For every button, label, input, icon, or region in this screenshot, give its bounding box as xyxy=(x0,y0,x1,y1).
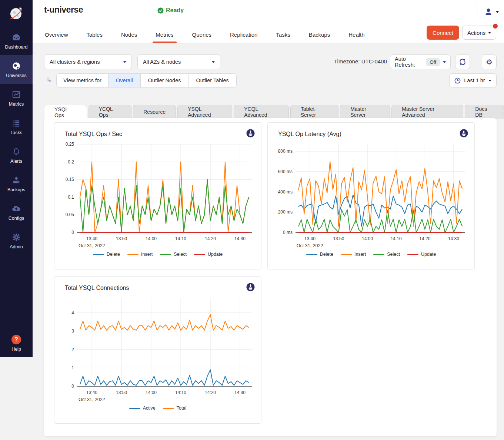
view-mode-outlier-tables[interactable]: Outlier Tables xyxy=(188,74,236,87)
view-mode-outlier-nodes[interactable]: Outlier Nodes xyxy=(140,74,188,87)
metric-tab-ycql-advanced[interactable]: YCQL Advanced xyxy=(234,105,289,119)
svg-text:1: 1 xyxy=(71,365,74,370)
svg-text:14:30: 14:30 xyxy=(234,390,246,395)
metric-tabs: YSQL Ops YCQL Ops Resource YSQL Advanced… xyxy=(44,105,504,119)
azs-nodes-value: All AZs & nodes xyxy=(143,59,181,65)
legend-item-update[interactable]: Update xyxy=(194,252,223,257)
svg-text:0 ms: 0 ms xyxy=(283,230,293,235)
connect-button[interactable]: Connect xyxy=(427,26,459,40)
user-menu[interactable] xyxy=(477,5,499,19)
metrics-settings-button[interactable]: ⚙ xyxy=(482,54,497,69)
refresh-icon xyxy=(459,58,466,66)
chevron-down-icon xyxy=(212,61,215,63)
svg-text:14:20: 14:20 xyxy=(419,236,430,241)
prometheus-icon[interactable] xyxy=(246,283,255,293)
svg-text:200 ms: 200 ms xyxy=(278,209,293,215)
metric-tab-tablet-server[interactable]: Tablet Server xyxy=(290,105,338,119)
tab-overview[interactable]: Overview xyxy=(44,27,69,43)
prometheus-icon[interactable] xyxy=(460,129,468,139)
legend-item-total[interactable]: Total xyxy=(163,406,186,411)
tab-replication[interactable]: Replication xyxy=(229,27,258,43)
refresh-button[interactable] xyxy=(455,54,470,69)
auto-refresh-dropdown[interactable]: Auto Refresh: Off xyxy=(390,54,451,69)
upload-icon xyxy=(11,175,21,185)
list-icon xyxy=(11,118,21,128)
sidebar-item-configs[interactable]: Configs xyxy=(0,198,33,226)
svg-text:14:30: 14:30 xyxy=(448,236,459,241)
svg-text:14:30: 14:30 xyxy=(234,236,246,241)
auto-refresh-value: Off xyxy=(426,58,440,66)
return-arrow-icon: ↳ xyxy=(46,76,52,84)
globe-icon xyxy=(11,61,21,71)
sidebar-item-label: Admin xyxy=(10,244,23,249)
chevron-down-icon xyxy=(488,32,491,34)
metric-tab-master-server-advanced[interactable]: Master Server Advanced xyxy=(391,105,463,119)
view-mode-overall[interactable]: Overall xyxy=(108,74,140,87)
user-icon xyxy=(484,7,493,17)
metric-tab-ycql-ops[interactable]: YCQL Ops xyxy=(89,105,131,119)
svg-text:400 ms: 400 ms xyxy=(278,189,293,195)
planet-rocket-icon xyxy=(8,5,25,22)
actions-label: Actions xyxy=(467,30,485,36)
view-metrics-label: View metrics for xyxy=(57,77,108,83)
clusters-regions-dropdown[interactable]: All clusters & regions xyxy=(44,54,132,69)
legend-item-select[interactable]: Select xyxy=(373,252,400,257)
toolbar-divider xyxy=(476,56,476,68)
sidebar-item-universes[interactable]: Universes xyxy=(0,55,33,84)
sidebar-item-tasks[interactable]: Tasks xyxy=(0,112,33,141)
svg-text:0.25: 0.25 xyxy=(66,142,74,147)
legend-item-update[interactable]: Update xyxy=(407,252,436,257)
sidebar-item-help[interactable]: ? Help xyxy=(0,335,33,352)
metric-tab-ysql-advanced[interactable]: YSQL Advanced xyxy=(177,105,232,119)
tab-metrics[interactable]: Metrics xyxy=(155,27,174,43)
sidebar: Dashboard Universes Metrics xyxy=(0,0,33,357)
tab-health[interactable]: Health xyxy=(348,27,365,43)
tab-nodes[interactable]: Nodes xyxy=(120,27,138,43)
legend-item-delete[interactable]: Delete xyxy=(306,252,333,257)
tab-queries[interactable]: Queries xyxy=(191,27,213,43)
tab-tasks[interactable]: Tasks xyxy=(275,27,291,43)
check-circle-icon xyxy=(157,7,164,14)
svg-text:14:10: 14:10 xyxy=(175,236,186,241)
sidebar-item-dashboard[interactable]: Dashboard xyxy=(0,27,33,55)
time-range-dropdown[interactable]: Last 1 hr xyxy=(449,73,497,87)
azs-nodes-dropdown[interactable]: All AZs & nodes xyxy=(137,54,220,69)
svg-text:Oct 31, 2022: Oct 31, 2022 xyxy=(79,243,105,248)
auto-refresh-label: Auto Refresh: xyxy=(395,56,423,68)
tab-tables[interactable]: Tables xyxy=(86,27,103,43)
chart-title: Total YSQL Connections xyxy=(65,285,129,291)
svg-text:Oct 31, 2022: Oct 31, 2022 xyxy=(79,397,105,402)
yugabyte-logo[interactable] xyxy=(0,0,33,27)
metric-tab-resource[interactable]: Resource xyxy=(133,105,176,119)
page-title: t-universe xyxy=(44,5,83,15)
legend-item-delete[interactable]: Delete xyxy=(93,252,120,257)
legend-swatch xyxy=(306,254,317,255)
tab-backups[interactable]: Backups xyxy=(308,27,331,43)
legend-item-insert[interactable]: Insert xyxy=(127,252,153,257)
time-range-value: Last 1 hr xyxy=(464,77,485,83)
sidebar-item-backups[interactable]: Backups xyxy=(0,169,33,198)
sidebar-item-alerts[interactable]: Alerts xyxy=(0,141,33,169)
legend-item-active[interactable]: Active xyxy=(129,406,156,411)
sidebar-item-label: Configs xyxy=(9,216,24,221)
notification-dot xyxy=(493,24,498,29)
prometheus-icon[interactable] xyxy=(246,129,255,139)
svg-text:Oct 31, 2022: Oct 31, 2022 xyxy=(297,243,323,248)
actions-button[interactable]: Actions xyxy=(462,26,496,40)
metric-tab-ysql-ops[interactable]: YSQL Ops xyxy=(44,105,87,119)
legend-swatch xyxy=(160,254,171,255)
svg-text:13:40: 13:40 xyxy=(86,236,97,241)
legend-item-insert[interactable]: Insert xyxy=(341,252,366,257)
svg-text:14:00: 14:00 xyxy=(146,236,157,241)
legend-item-select[interactable]: Select xyxy=(160,252,187,257)
legend-swatch xyxy=(194,254,205,255)
gear-icon xyxy=(11,232,21,242)
metric-tab-master-server[interactable]: Master Server xyxy=(340,105,390,119)
sidebar-item-metrics[interactable]: Metrics xyxy=(0,84,33,112)
metric-tab-docs-db[interactable]: Docs DB xyxy=(465,105,504,119)
sidebar-item-admin[interactable]: Admin xyxy=(0,226,33,255)
svg-text:0.15: 0.15 xyxy=(66,177,74,182)
svg-text:13:50: 13:50 xyxy=(116,390,127,395)
sidebar-item-label: Tasks xyxy=(10,130,22,135)
sidebar-item-label: Backups xyxy=(7,187,25,192)
